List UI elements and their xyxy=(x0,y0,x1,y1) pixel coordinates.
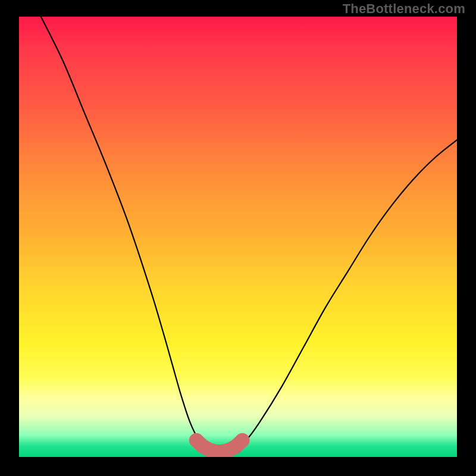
figure-root: TheBottleneck.com xyxy=(0,0,476,476)
curve-path xyxy=(41,17,457,453)
bottleneck-curve xyxy=(41,17,457,453)
plot-area xyxy=(19,17,457,457)
marker-dot xyxy=(235,433,249,447)
chart-svg xyxy=(19,17,457,457)
watermark-text: TheBottleneck.com xyxy=(343,1,465,17)
bottom-markers xyxy=(189,433,249,457)
